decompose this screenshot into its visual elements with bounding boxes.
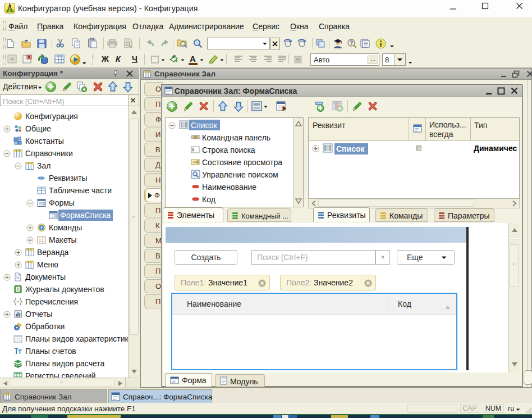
- svg-text:?: ?: [350, 40, 353, 46]
